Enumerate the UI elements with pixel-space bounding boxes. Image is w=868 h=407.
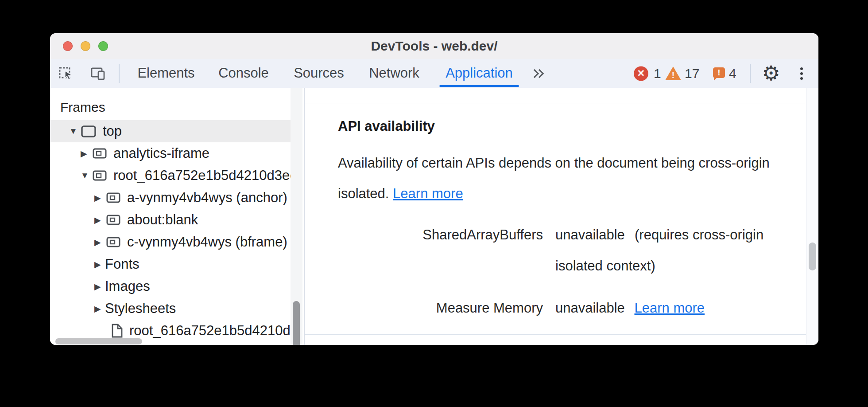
console-warnings-icon[interactable]: ! — [665, 67, 681, 80]
frames-tree: ▼ top ▶ analytics-iframe ▼ — [50, 120, 291, 340]
frames-sidebar: Frames ▼ top ▶ analytics-iframe — [50, 88, 291, 345]
tree-item-about-blank[interactable]: ▶ about:blank — [50, 209, 291, 231]
content-scrollbar-track[interactable] — [806, 88, 818, 345]
content-scrollbar-thumb[interactable] — [809, 243, 816, 270]
tab-application[interactable]: Application — [439, 59, 519, 87]
api-status: unavailable Learn more — [555, 299, 705, 317]
sidebar-scrollbar-thumb[interactable] — [293, 301, 300, 345]
tree-item-anchor-frame[interactable]: ▶ a-vynmy4vb4wys (anchor) — [50, 187, 291, 209]
tree-item-stylesheets[interactable]: ▶ Stylesheets — [50, 297, 291, 320]
api-name: SharedArrayBuffers — [338, 226, 543, 244]
tree-item-label: a-vynmy4vb4wys (anchor) — [127, 190, 287, 206]
tree-item-root-frame[interactable]: ▼ root_616a752e1b5d4210d3ec — [50, 164, 291, 187]
tree-item-label: root_616a752e1b5d4210d3 — [129, 323, 291, 339]
tree-item-images[interactable]: ▶ Images — [50, 275, 291, 297]
api-status-note: isolated context) — [555, 257, 655, 275]
tree-item-label: top — [103, 123, 122, 139]
api-name: Measure Memory — [338, 299, 543, 317]
issue-count[interactable]: 4 — [729, 66, 736, 81]
toolbar-separator — [750, 64, 751, 83]
tree-item-label: c-vynmy4vb4wys (bframe) — [127, 234, 287, 250]
iframe-icon — [91, 169, 108, 182]
iframe-icon — [105, 235, 122, 249]
learn-more-link[interactable]: Learn more — [393, 186, 463, 201]
api-status-note: (requires cross-origin — [635, 226, 763, 244]
frames-header-label: Frames — [60, 100, 105, 115]
error-x-glyph: × — [638, 66, 645, 79]
section-divider — [305, 334, 806, 335]
warning-count[interactable]: 17 — [685, 66, 699, 81]
devtools-toolbar: Elements Console Sources Network Applica… — [50, 59, 818, 88]
chevron-right-icon[interactable]: ▶ — [94, 215, 105, 225]
api-availability-panel: API availability Availability of certain… — [305, 88, 806, 345]
tree-item-label: about:blank — [127, 212, 198, 228]
document-icon — [110, 323, 124, 338]
warning-mark-glyph: ! — [665, 70, 681, 80]
tree-item-label: Fonts — [105, 256, 140, 272]
tab-network[interactable]: Network — [363, 59, 426, 87]
iframe-icon — [91, 147, 108, 160]
chevron-down-icon[interactable]: ▼ — [81, 171, 91, 180]
console-errors-icon[interactable]: × — [634, 66, 648, 81]
tree-item-top[interactable]: ▼ top — [50, 120, 291, 142]
window-title: DevTools - web.dev/ — [50, 33, 818, 59]
chevron-right-icon[interactable]: ▶ — [94, 282, 105, 292]
desktop: { "window": { "title": "DevTools - web.d… — [0, 0, 868, 407]
tree-item-bframe[interactable]: ▶ c-vynmy4vb4wys (bframe) — [50, 231, 291, 253]
api-status: unavailable — [555, 226, 625, 244]
section-divider — [305, 103, 806, 103]
devtools-window: DevTools - web.dev/ Elements Console Sou… — [50, 33, 818, 345]
chevron-right-icon[interactable]: ▶ — [94, 193, 105, 203]
iframe-icon — [105, 191, 122, 204]
error-count[interactable]: 1 — [654, 66, 661, 81]
horizontal-scrollbar-thumb[interactable] — [55, 338, 142, 344]
chevron-down-icon[interactable]: ▼ — [69, 126, 80, 136]
api-status-text: unavailable — [555, 300, 625, 316]
description-text: isolated. — [338, 186, 389, 201]
tab-console[interactable]: Console — [212, 59, 275, 87]
chevron-right-icon[interactable]: ▶ — [94, 237, 105, 247]
chevron-right-icon[interactable]: ▶ — [81, 149, 91, 159]
issues-icon[interactable]: ! — [713, 67, 725, 78]
titlebar: DevTools - web.dev/ — [50, 33, 818, 59]
chevron-right-icon[interactable]: ▶ — [94, 304, 105, 314]
tab-elements[interactable]: Elements — [131, 59, 201, 87]
frame-icon — [80, 124, 97, 138]
iframe-icon — [105, 213, 122, 227]
tree-item-label: Stylesheets — [105, 301, 176, 317]
description-line-1: Availability of certain APIs depends on … — [338, 154, 770, 172]
tab-sources[interactable]: Sources — [287, 59, 350, 87]
main-area: Frames ▼ top ▶ analytics-iframe — [50, 88, 818, 345]
toggle-device-toolbar-icon[interactable] — [91, 67, 106, 80]
tree-item-fonts[interactable]: ▶ Fonts — [50, 253, 291, 275]
inspect-element-icon[interactable] — [59, 67, 73, 81]
section-heading: API availability — [338, 117, 435, 135]
tree-item-document[interactable]: root_616a752e1b5d4210d3 — [50, 320, 291, 340]
tree-item-label: analytics-iframe — [113, 145, 209, 161]
measure-memory-learn-more-link[interactable]: Learn more — [634, 300, 705, 316]
issue-mark-glyph: ! — [717, 68, 720, 77]
tree-item-label: Images — [105, 278, 150, 294]
tree-item-analytics-iframe[interactable]: ▶ analytics-iframe — [50, 142, 291, 164]
chevron-right-icon[interactable]: ▶ — [94, 259, 105, 270]
description-line-2: isolated. Learn more — [338, 185, 463, 203]
more-options-kebab-icon[interactable] — [800, 67, 803, 80]
sidebar-section-header: Frames — [50, 88, 291, 121]
tree-item-label: root_616a752e1b5d4210d3ec — [113, 168, 291, 184]
toolbar-separator — [119, 64, 120, 83]
settings-gear-icon[interactable]: ⚙ — [762, 63, 780, 83]
more-tabs-chevron-icon[interactable] — [532, 67, 546, 80]
